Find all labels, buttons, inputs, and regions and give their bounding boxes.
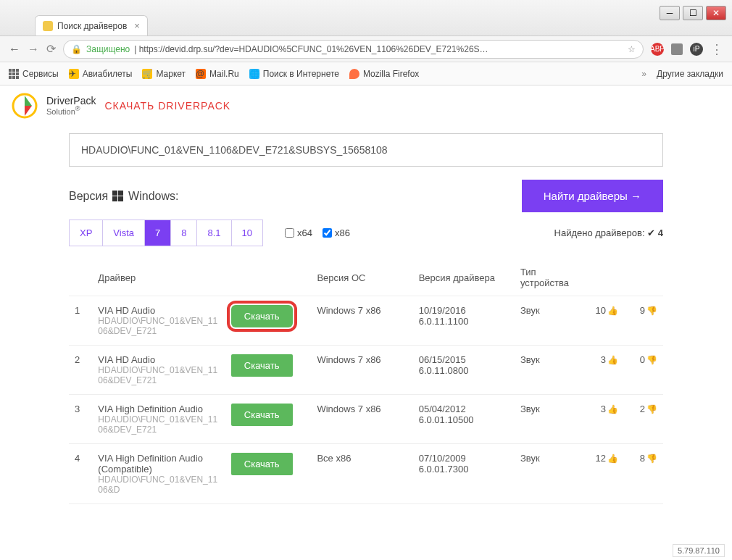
page-content[interactable]: DriverPack Solution® СКАЧАТЬ DRIVERPACK … [0,85,732,560]
os-version: Все x86 [311,444,412,504]
device-type: Звук [515,444,585,504]
back-button[interactable]: ← [9,43,20,56]
arch-x86-checkbox[interactable]: x86 [323,227,350,238]
os-tab-7[interactable]: 7 [145,220,171,246]
apps-bookmark[interactable]: Сервисы [9,69,59,79]
table-row: 4VIA High Definition Audio (Compatible)H… [69,444,663,504]
device-id-input[interactable] [69,133,663,167]
windows-logo-icon [112,191,124,202]
device-type: Звук [515,296,585,346]
row-number: 4 [69,444,92,504]
download-driverpack-link[interactable]: СКАЧАТЬ DRIVERPACK [104,100,230,112]
extension-icon[interactable] [671,43,683,55]
address-bar: ← → ⟳ 🔒 Защищено | https://devid.drp.su/… [0,36,732,62]
driver-path: HDAUDIO\FUNC_01&VEN_1106&D [98,475,219,495]
table-row: 2VIA HD AudioHDAUDIO\FUNC_01&VEN_1106&DE… [69,346,663,395]
os-version: Windows 7 x86 [311,346,412,395]
browser-tab[interactable]: Поиск драйверов × [35,15,148,35]
table-row: 1VIA HD AudioHDAUDIO\FUNC_01&VEN_1106&DE… [69,296,663,346]
browser-menu-icon[interactable]: ⋮ [710,41,723,57]
row-number: 2 [69,346,92,395]
download-button[interactable]: Скачать [231,453,293,475]
maximize-button[interactable]: ☐ [683,6,703,20]
os-version-tabs: XP Vista 7 8 8.1 10 [69,220,263,246]
thumbs-up-icon: 👍 [607,404,618,414]
forward-button[interactable]: → [28,43,39,56]
dislike-count[interactable]: 9👎 [624,296,663,346]
mail-icon: @ [196,69,206,79]
other-bookmarks[interactable]: Другие закладки [657,69,723,79]
download-button[interactable]: Скачать [231,305,293,327]
driver-path: HDAUDIO\FUNC_01&VEN_1106&DEV_E721 [98,316,219,336]
plane-icon: ✈ [69,69,79,79]
tab-close-icon[interactable]: × [134,20,140,31]
firefox-bookmark[interactable]: Mozilla Firefox [349,69,419,79]
driver-name: VIA High Definition Audio [98,404,219,414]
row-number: 1 [69,296,92,346]
minimize-button[interactable]: ─ [660,6,680,20]
firefox-icon [349,69,359,79]
thumbs-down-icon: 👎 [646,454,657,464]
driver-name: VIA HD Audio [98,305,219,316]
like-count[interactable]: 10👍 [585,296,624,346]
thumbs-down-icon: 👎 [646,404,657,414]
bookmark-star-icon[interactable]: ☆ [628,44,636,54]
download-button[interactable]: Скачать [231,354,293,377]
tab-title: Поиск драйверов [57,21,127,31]
device-type: Звук [515,395,585,444]
header-device-type: Тип устройства [515,259,585,296]
apps-icon [9,69,19,79]
driver-name: VIA High Definition Audio (Compatible) [98,453,219,475]
os-tab-10[interactable]: 10 [232,220,262,246]
find-drivers-button[interactable]: Найти драйверы → [522,180,663,212]
header-driver-version: Версия драйвера [413,259,515,296]
thumbs-up-icon: 👍 [607,355,618,365]
table-row: 3VIA High Definition AudioHDAUDIO\FUNC_0… [69,395,663,444]
url-text: https://devid.drp.su/?dev=HDAUDIO%5CFUNC… [139,44,623,54]
driver-path: HDAUDIO\FUNC_01&VEN_1106&DEV_E721 [98,365,219,385]
bookmarks-bar: Сервисы ✈Авиабилеты 🛒Маркет @Mail.Ru 🌐По… [0,62,732,85]
bookmarks-overflow-icon[interactable]: » [641,69,646,79]
dislike-count[interactable]: 0👎 [624,346,663,395]
arch-x64-checkbox[interactable]: x64 [285,227,312,238]
os-tab-xp[interactable]: XP [70,220,103,246]
url-field[interactable]: 🔒 Защищено | https://devid.drp.su/?dev=H… [63,40,644,59]
version-label: Версия Windows: [69,190,178,203]
os-tab-8[interactable]: 8 [171,220,197,246]
row-number: 3 [69,395,92,444]
driver-version: 05/04/20126.0.01.10500 [413,395,515,444]
drivers-found-label: Найдено драйверов: ✔ 4 [554,227,663,238]
tab-favicon [43,21,53,31]
driver-version: 07/10/20096.0.01.7300 [413,444,515,504]
ip-badge: 5.79.87.110 [673,544,725,557]
secure-label: Защищено [86,44,130,54]
driver-name: VIA HD Audio [98,354,219,365]
check-icon: ✔ [647,227,655,238]
lock-icon: 🔒 [71,44,82,54]
os-tab-vista[interactable]: Vista [103,220,145,246]
avia-bookmark[interactable]: ✈Авиабилеты [69,69,133,79]
like-count[interactable]: 3👍 [585,395,624,444]
reload-button[interactable]: ⟳ [46,42,56,56]
like-count[interactable]: 12👍 [585,444,624,504]
dislike-count[interactable]: 2👎 [624,395,663,444]
download-button[interactable]: Скачать [231,404,293,426]
header-driver: Драйвер [92,259,225,296]
drivers-table: Драйвер Версия ОС Версия драйвера Тип ус… [69,259,663,504]
os-tab-81[interactable]: 8.1 [197,220,231,246]
adblock-icon[interactable]: ABP [651,43,664,56]
driver-version: 06/15/20156.0.11.0800 [413,346,515,395]
thumbs-down-icon: 👎 [646,306,657,316]
cart-icon: 🛒 [142,69,152,79]
driver-version: 10/19/20166.0.11.1100 [413,296,515,346]
market-bookmark[interactable]: 🛒Маркет [142,69,186,79]
os-version: Windows 7 x86 [311,395,412,444]
mail-bookmark[interactable]: @Mail.Ru [196,69,239,79]
close-window-button[interactable]: ✕ [706,6,726,20]
dislike-count[interactable]: 8👎 [624,444,663,504]
search-bookmark[interactable]: 🌐Поиск в Интернете [249,69,339,79]
header-os: Версия ОС [311,259,412,296]
brand-text: DriverPack Solution® [46,96,96,116]
like-count[interactable]: 3👍 [585,346,624,395]
ip-extension-icon[interactable]: iP [690,43,703,56]
